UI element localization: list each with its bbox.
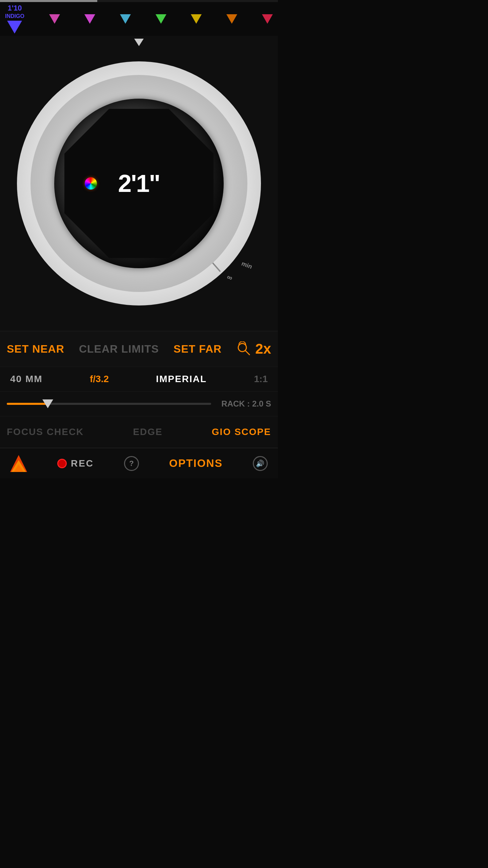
distance-readout: 2'1" — [118, 170, 160, 197]
slider-fill — [7, 403, 48, 405]
lens-aperture: f/3.2 — [90, 374, 109, 384]
marker-indigo-sublabel: INDIGO — [5, 13, 24, 19]
lens-focal-length: 40 MM — [10, 374, 43, 384]
bottom-controls: SET NEAR CLEAR LIMITS SET FAR 2x 40 MM f… — [0, 331, 278, 478]
marker-3[interactable] — [84, 14, 95, 24]
marker-6-triangle — [191, 14, 202, 24]
help-button[interactable]: ? — [124, 456, 139, 471]
help-icon: ? — [129, 459, 134, 468]
color-markers-row: 1'10 INDIGO — [0, 2, 278, 36]
marker-8-triangle — [262, 14, 273, 24]
viewer-area[interactable]: 1'10 min ∞ 2'1" — [0, 36, 278, 331]
function-row: FOCUS CHECK EDGE GIO SCOPE — [0, 416, 278, 448]
app-logo[interactable] — [10, 455, 27, 472]
marker-6[interactable] — [191, 14, 202, 24]
marker-4[interactable] — [120, 14, 131, 24]
focus-dial[interactable]: 1'10 min ∞ 2'1" — [17, 61, 261, 305]
marker-2[interactable] — [49, 14, 60, 24]
focus-limits-row: SET NEAR CLEAR LIMITS SET FAR 2x — [0, 331, 278, 367]
speaker-icon: 🔊 — [256, 459, 264, 468]
marker-5[interactable] — [156, 14, 166, 24]
dial-ring: 2'1" — [30, 75, 247, 292]
slider-row: RACK : 2.0 S — [0, 392, 278, 416]
set-far-button[interactable]: SET FAR — [174, 343, 222, 355]
marker-8[interactable] — [262, 14, 273, 24]
marker-2-triangle — [49, 14, 60, 24]
marker-indigo-triangle — [7, 21, 22, 34]
svg-line-6 — [245, 351, 250, 355]
set-near-button[interactable]: SET NEAR — [7, 343, 64, 355]
zoom-area[interactable]: 2x — [236, 341, 271, 357]
clear-limits-button[interactable]: CLEAR LIMITS — [79, 343, 159, 355]
svg-text:∞: ∞ — [226, 273, 233, 282]
options-button[interactable]: OPTIONS — [169, 457, 223, 470]
top-progress-bar — [0, 0, 278, 2]
lens-octagon: 2'1" — [64, 109, 214, 258]
lens-ratio: 1:1 — [254, 374, 268, 384]
marker-3-triangle — [84, 14, 95, 24]
dial-inner: 2'1" — [54, 99, 224, 268]
marker-4-triangle — [120, 14, 131, 24]
zoom-value: 2x — [255, 341, 271, 357]
pointer-triangle — [134, 39, 144, 46]
zoom-icon[interactable] — [236, 341, 251, 356]
rack-label: RACK : 2.0 S — [221, 399, 271, 409]
nav-bar: REC ? OPTIONS 🔊 — [0, 448, 278, 478]
marker-7[interactable] — [226, 14, 237, 24]
marker-indigo-label: 1'10 — [7, 4, 22, 12]
slider-thumb[interactable] — [42, 399, 53, 408]
marker-5-triangle — [156, 14, 166, 24]
speaker-button[interactable]: 🔊 — [253, 456, 268, 471]
progress-fill — [0, 0, 97, 2]
rec-control[interactable]: REC — [57, 458, 94, 469]
rainbow-orb — [85, 177, 97, 190]
svg-point-5 — [238, 343, 246, 352]
rack-slider[interactable] — [7, 403, 211, 405]
gio-scope-button[interactable]: GIO SCOPE — [212, 427, 271, 437]
edge-button[interactable]: EDGE — [133, 427, 162, 437]
lens-info-row: 40 MM f/3.2 IMPERIAL 1:1 — [0, 367, 278, 392]
rec-dot — [57, 459, 67, 468]
rec-label: REC — [71, 458, 94, 469]
focus-check-button[interactable]: FOCUS CHECK — [7, 427, 84, 437]
dial-outer-ring: 1'10 min ∞ 2'1" — [17, 61, 261, 305]
svg-text:min: min — [241, 260, 253, 270]
marker-7-triangle — [226, 14, 237, 24]
lens-unit[interactable]: IMPERIAL — [156, 374, 207, 384]
marker-indigo[interactable]: 1'10 INDIGO — [5, 4, 24, 34]
